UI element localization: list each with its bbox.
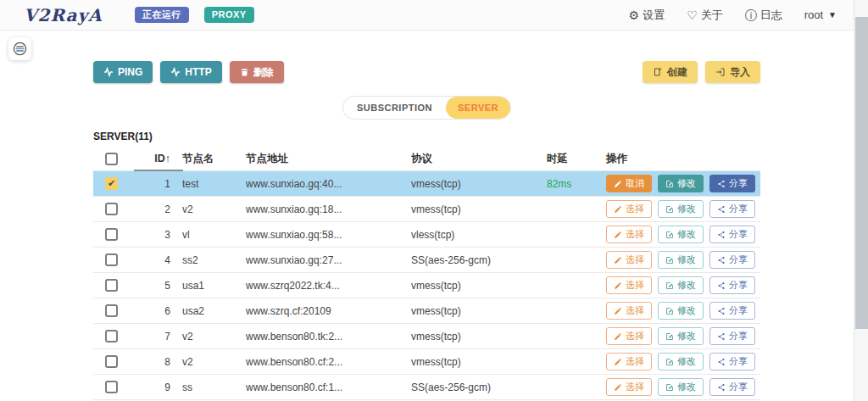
share-icon-button[interactable]: 分享	[709, 327, 755, 345]
user-menu[interactable]: root ▼	[804, 8, 837, 21]
row-checkbox[interactable]: ✔	[105, 177, 118, 190]
sort-indicator	[134, 170, 183, 171]
tabs-row: SUBSCRIPTION SERVER	[93, 96, 760, 120]
scrollbar-thumb[interactable]	[855, 17, 868, 329]
column-header-protocol[interactable]: 协议	[403, 152, 538, 166]
delete-button[interactable]: 删除	[230, 61, 284, 83]
select-all-checkbox[interactable]	[105, 153, 118, 165]
table-row[interactable]: ✔ 2 v2 www.sunxiao.gq:18... vmess(tcp) 选…	[93, 197, 760, 222]
row-id: 2	[136, 203, 174, 215]
import-icon	[715, 67, 726, 77]
row-protocol: SS(aes-256-gcm)	[403, 254, 538, 266]
column-header-address[interactable]: 节点地址	[237, 152, 403, 166]
heart-icon: ♡	[687, 9, 698, 21]
column-header-id[interactable]: ID↑	[136, 153, 174, 164]
ping-button[interactable]: PING	[93, 61, 153, 83]
modify-button[interactable]: 修改	[658, 251, 704, 269]
select-button[interactable]: 选择	[606, 251, 652, 269]
select-button[interactable]: 选择	[606, 302, 652, 320]
select-button[interactable]: 选择	[606, 276, 652, 294]
row-checkbox[interactable]: ✔	[105, 381, 118, 393]
row-checkbox[interactable]: ✔	[105, 228, 118, 241]
share-icon-button[interactable]: 分享	[709, 276, 755, 294]
create-button[interactable]: 创建	[643, 61, 698, 83]
row-address: www.benson80.tk:2...	[237, 331, 403, 343]
modify-button[interactable]: 修改	[658, 378, 704, 396]
row-id: 9	[136, 382, 174, 393]
modify-button[interactable]: 修改	[658, 200, 704, 218]
import-button[interactable]: 导入	[705, 61, 760, 83]
modify-button[interactable]: 修改	[658, 302, 704, 320]
row-checkbox[interactable]: ✔	[105, 253, 118, 266]
share-icon-button[interactable]: 分享	[709, 378, 755, 396]
app-logo: V2RayA	[24, 7, 103, 24]
console-menu-button[interactable]	[8, 37, 31, 60]
tab-server[interactable]: SERVER	[446, 97, 510, 119]
row-address: www.sunxiao.gq:18...	[237, 203, 403, 215]
row-id: 6	[136, 305, 174, 317]
row-name: v2	[174, 331, 237, 343]
select-button[interactable]: 选择	[606, 226, 652, 243]
share-icon-button[interactable]: 分享	[709, 302, 755, 320]
row-checkbox[interactable]: ✔	[105, 203, 118, 215]
share-icon-button[interactable]: 分享	[709, 251, 755, 269]
http-button[interactable]: HTTP	[160, 61, 221, 83]
share-icon	[717, 307, 726, 315]
toolbar-left-group: PING HTTP 删除	[93, 61, 284, 83]
table-row[interactable]: ✔ 4 ss2 www.sunxiao.gq:27... SS(aes-256-…	[93, 248, 760, 273]
select-button[interactable]: 选择	[606, 327, 652, 345]
row-protocol: SS(aes-256-gcm)	[403, 382, 538, 393]
table-row[interactable]: ✔ 7 v2 www.benson80.tk:2... vmess(tcp) 选…	[93, 324, 760, 349]
row-checkbox[interactable]: ✔	[105, 279, 118, 292]
share-icon-button[interactable]: 分享	[709, 175, 755, 192]
select-button[interactable]: 取消	[606, 175, 652, 192]
column-header-name[interactable]: 节点名	[174, 152, 237, 166]
share-icon-button[interactable]: 分享	[709, 200, 755, 218]
table-row[interactable]: ✔ 9 ss www.benson80.cf:1... SS(aes-256-g…	[93, 375, 760, 400]
share-icon	[717, 332, 726, 341]
pencil-icon	[614, 281, 622, 290]
nav-settings[interactable]: ⚙ 设置	[629, 8, 665, 23]
select-button[interactable]: 选择	[606, 200, 652, 218]
row-protocol: vmess(tcp)	[403, 305, 538, 317]
table-row[interactable]: ✔ 5 usa1 www.szrq2022.tk:4... vmess(tcp)…	[93, 273, 760, 298]
table-title: SERVER(11)	[93, 131, 760, 142]
row-checkbox[interactable]: ✔	[105, 304, 118, 317]
share-icon-button[interactable]: 分享	[709, 226, 755, 243]
create-icon	[653, 67, 663, 77]
table-row[interactable]: ✔ 8 v2 www.benson80.cf:2... vmess(tcp) 选…	[93, 349, 760, 375]
modify-button[interactable]: 修改	[658, 327, 704, 345]
edit-box-icon	[665, 180, 674, 188]
row-checkbox[interactable]: ✔	[105, 355, 118, 368]
column-header-latency[interactable]: 时延	[538, 152, 598, 166]
row-name: ss2	[174, 254, 237, 266]
pencil-icon	[614, 180, 622, 188]
row-latency: 82ms	[538, 178, 598, 190]
modify-button[interactable]: 修改	[658, 226, 704, 243]
select-button[interactable]: 选择	[606, 353, 652, 370]
modify-button[interactable]: 修改	[658, 276, 704, 294]
pencil-icon	[614, 383, 622, 392]
table-row[interactable]: ✔ 6 usa2 www.szrq.cf:20109 vmess(tcp) 选择…	[93, 298, 760, 324]
main-content: PING HTTP 删除 创建	[93, 54, 760, 400]
sort-arrow-icon: ↑	[165, 153, 170, 164]
vertical-scrollbar[interactable]	[854, 0, 868, 401]
nav-log[interactable]: ⓘ 日志	[745, 8, 782, 23]
table-row[interactable]: ✔ 1 test www.sunxiao.gq:40... vmess(tcp)…	[93, 171, 760, 197]
modify-button[interactable]: 修改	[658, 353, 704, 370]
edit-box-icon	[665, 307, 674, 315]
nav-about[interactable]: ♡ 关于	[687, 8, 723, 23]
row-name: usa2	[174, 305, 237, 317]
table-row[interactable]: ✔ 3 vl www.sunxiao.gq:58... vless(tcp) 选…	[93, 222, 760, 248]
row-id: 4	[136, 254, 174, 266]
share-icon	[717, 205, 726, 214]
share-icon-button[interactable]: 分享	[709, 353, 755, 370]
info-icon: ⓘ	[745, 9, 757, 21]
select-button[interactable]: 选择	[606, 378, 652, 396]
tab-subscription[interactable]: SUBSCRIPTION	[343, 97, 446, 119]
modify-button[interactable]: 修改	[658, 175, 704, 192]
row-address: www.sunxiao.gq:27...	[237, 254, 403, 266]
toolbar-right-group: 创建 导入	[643, 61, 760, 83]
row-checkbox[interactable]: ✔	[105, 330, 118, 343]
pulse-icon	[170, 67, 181, 77]
